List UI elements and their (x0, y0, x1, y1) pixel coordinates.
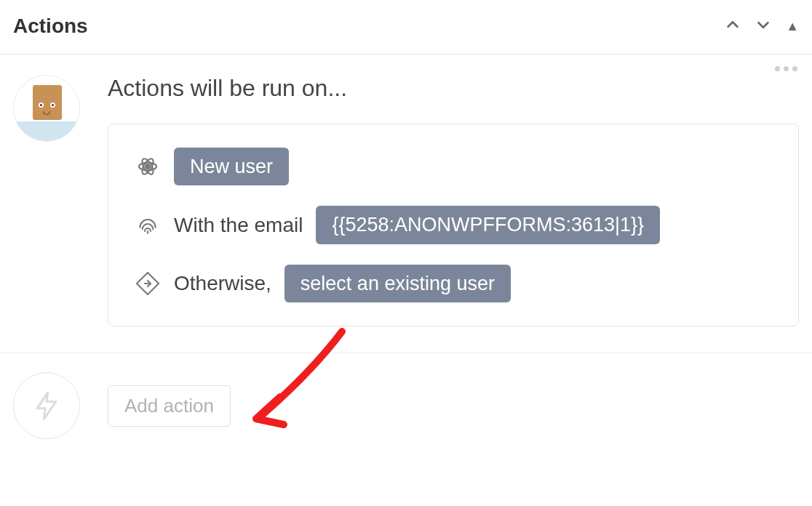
svg-point-0 (146, 164, 150, 169)
avatar (13, 75, 80, 142)
add-action-button[interactable]: Add action (108, 385, 231, 427)
direction-icon (135, 272, 161, 295)
atom-icon (135, 155, 161, 178)
email-label: With the email (174, 214, 303, 237)
collapse-icon[interactable]: ▲ (786, 19, 799, 34)
action-placeholder-icon (13, 372, 80, 439)
section-header: Actions ▲ (0, 0, 812, 55)
otherwise-label: Otherwise, (174, 272, 271, 295)
move-down-icon[interactable] (755, 17, 771, 36)
rule-row-new-user: New user (135, 148, 772, 185)
existing-user-pill[interactable]: select an existing user (284, 265, 511, 302)
fingerprint-icon (135, 214, 161, 237)
rule-row-email: With the email {{5258:ANONWPFFORMS:3613|… (135, 206, 772, 244)
more-options-icon[interactable] (775, 66, 797, 71)
add-action-block: Add action (0, 353, 812, 458)
trigger-block: Actions will be run on... New user (0, 55, 812, 353)
move-up-icon[interactable] (725, 17, 741, 36)
header-controls: ▲ (725, 17, 799, 36)
section-title: Actions (13, 15, 88, 38)
rule-card: New user With the email {{5258:ANONWPFFO… (108, 124, 799, 326)
rule-row-otherwise: Otherwise, select an existing user (135, 265, 772, 302)
new-user-pill[interactable]: New user (174, 148, 289, 185)
trigger-title: Actions will be run on... (108, 75, 799, 102)
email-token-pill[interactable]: {{5258:ANONWPFFORMS:3613|1}} (316, 206, 660, 244)
